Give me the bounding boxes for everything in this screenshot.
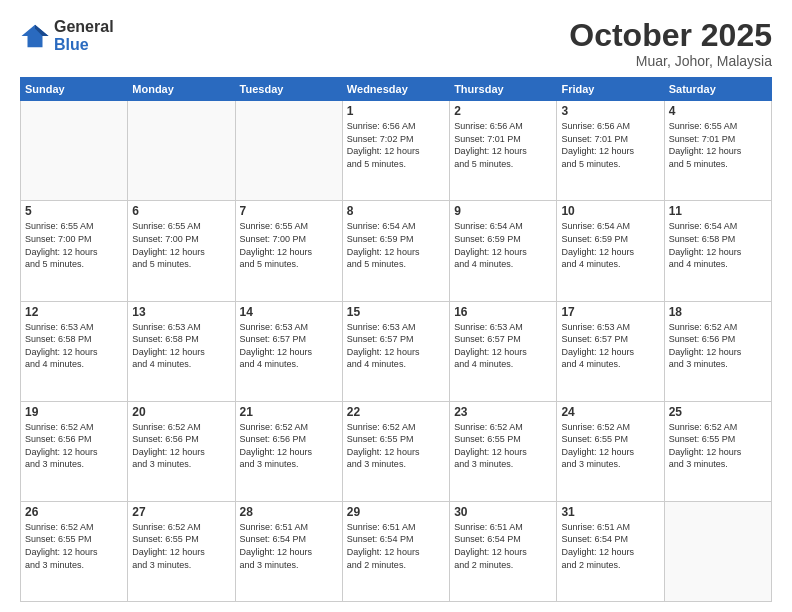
day-info: Sunrise: 6:54 AM Sunset: 6:59 PM Dayligh… [454,220,552,270]
col-tuesday: Tuesday [235,78,342,101]
day-info: Sunrise: 6:55 AM Sunset: 7:01 PM Dayligh… [669,120,767,170]
day-number: 17 [561,305,659,319]
day-info: Sunrise: 6:51 AM Sunset: 6:54 PM Dayligh… [347,521,445,571]
table-row: 5Sunrise: 6:55 AM Sunset: 7:00 PM Daylig… [21,201,128,301]
table-row: 28Sunrise: 6:51 AM Sunset: 6:54 PM Dayli… [235,501,342,601]
day-number: 19 [25,405,123,419]
day-number: 21 [240,405,338,419]
day-info: Sunrise: 6:53 AM Sunset: 6:58 PM Dayligh… [132,321,230,371]
day-number: 27 [132,505,230,519]
day-number: 15 [347,305,445,319]
table-row [21,101,128,201]
title-block: October 2025 Muar, Johor, Malaysia [569,18,772,69]
table-row: 11Sunrise: 6:54 AM Sunset: 6:58 PM Dayli… [664,201,771,301]
day-info: Sunrise: 6:52 AM Sunset: 6:55 PM Dayligh… [454,421,552,471]
day-info: Sunrise: 6:51 AM Sunset: 6:54 PM Dayligh… [240,521,338,571]
table-row: 15Sunrise: 6:53 AM Sunset: 6:57 PM Dayli… [342,301,449,401]
table-row: 27Sunrise: 6:52 AM Sunset: 6:55 PM Dayli… [128,501,235,601]
day-number: 8 [347,204,445,218]
day-info: Sunrise: 6:52 AM Sunset: 6:56 PM Dayligh… [25,421,123,471]
table-row: 18Sunrise: 6:52 AM Sunset: 6:56 PM Dayli… [664,301,771,401]
table-row: 4Sunrise: 6:55 AM Sunset: 7:01 PM Daylig… [664,101,771,201]
calendar-week-row: 26Sunrise: 6:52 AM Sunset: 6:55 PM Dayli… [21,501,772,601]
day-info: Sunrise: 6:55 AM Sunset: 7:00 PM Dayligh… [132,220,230,270]
day-info: Sunrise: 6:52 AM Sunset: 6:55 PM Dayligh… [347,421,445,471]
day-info: Sunrise: 6:53 AM Sunset: 6:57 PM Dayligh… [561,321,659,371]
day-number: 12 [25,305,123,319]
table-row: 24Sunrise: 6:52 AM Sunset: 6:55 PM Dayli… [557,401,664,501]
day-number: 20 [132,405,230,419]
day-info: Sunrise: 6:56 AM Sunset: 7:01 PM Dayligh… [454,120,552,170]
logo-icon [20,21,50,51]
day-info: Sunrise: 6:52 AM Sunset: 6:55 PM Dayligh… [132,521,230,571]
calendar-week-row: 19Sunrise: 6:52 AM Sunset: 6:56 PM Dayli… [21,401,772,501]
logo-blue-text: Blue [54,36,114,54]
col-thursday: Thursday [450,78,557,101]
table-row: 2Sunrise: 6:56 AM Sunset: 7:01 PM Daylig… [450,101,557,201]
table-row: 25Sunrise: 6:52 AM Sunset: 6:55 PM Dayli… [664,401,771,501]
day-info: Sunrise: 6:55 AM Sunset: 7:00 PM Dayligh… [240,220,338,270]
day-number: 29 [347,505,445,519]
table-row: 14Sunrise: 6:53 AM Sunset: 6:57 PM Dayli… [235,301,342,401]
table-row: 19Sunrise: 6:52 AM Sunset: 6:56 PM Dayli… [21,401,128,501]
table-row: 10Sunrise: 6:54 AM Sunset: 6:59 PM Dayli… [557,201,664,301]
day-number: 3 [561,104,659,118]
table-row: 26Sunrise: 6:52 AM Sunset: 6:55 PM Dayli… [21,501,128,601]
table-row: 7Sunrise: 6:55 AM Sunset: 7:00 PM Daylig… [235,201,342,301]
day-info: Sunrise: 6:53 AM Sunset: 6:58 PM Dayligh… [25,321,123,371]
day-number: 7 [240,204,338,218]
table-row [664,501,771,601]
table-row: 31Sunrise: 6:51 AM Sunset: 6:54 PM Dayli… [557,501,664,601]
day-number: 1 [347,104,445,118]
day-info: Sunrise: 6:53 AM Sunset: 6:57 PM Dayligh… [347,321,445,371]
table-row: 30Sunrise: 6:51 AM Sunset: 6:54 PM Dayli… [450,501,557,601]
day-number: 13 [132,305,230,319]
table-row: 9Sunrise: 6:54 AM Sunset: 6:59 PM Daylig… [450,201,557,301]
day-number: 31 [561,505,659,519]
day-info: Sunrise: 6:52 AM Sunset: 6:55 PM Dayligh… [25,521,123,571]
table-row: 22Sunrise: 6:52 AM Sunset: 6:55 PM Dayli… [342,401,449,501]
day-number: 2 [454,104,552,118]
day-info: Sunrise: 6:53 AM Sunset: 6:57 PM Dayligh… [240,321,338,371]
col-wednesday: Wednesday [342,78,449,101]
day-number: 10 [561,204,659,218]
table-row: 21Sunrise: 6:52 AM Sunset: 6:56 PM Dayli… [235,401,342,501]
day-info: Sunrise: 6:52 AM Sunset: 6:55 PM Dayligh… [561,421,659,471]
table-row: 23Sunrise: 6:52 AM Sunset: 6:55 PM Dayli… [450,401,557,501]
day-info: Sunrise: 6:54 AM Sunset: 6:59 PM Dayligh… [347,220,445,270]
table-row: 6Sunrise: 6:55 AM Sunset: 7:00 PM Daylig… [128,201,235,301]
day-number: 25 [669,405,767,419]
day-number: 30 [454,505,552,519]
day-number: 16 [454,305,552,319]
table-row: 1Sunrise: 6:56 AM Sunset: 7:02 PM Daylig… [342,101,449,201]
day-number: 23 [454,405,552,419]
table-row: 3Sunrise: 6:56 AM Sunset: 7:01 PM Daylig… [557,101,664,201]
day-info: Sunrise: 6:54 AM Sunset: 6:59 PM Dayligh… [561,220,659,270]
table-row: 20Sunrise: 6:52 AM Sunset: 6:56 PM Dayli… [128,401,235,501]
table-row: 16Sunrise: 6:53 AM Sunset: 6:57 PM Dayli… [450,301,557,401]
header: General Blue October 2025 Muar, Johor, M… [20,18,772,69]
table-row: 29Sunrise: 6:51 AM Sunset: 6:54 PM Dayli… [342,501,449,601]
table-row: 8Sunrise: 6:54 AM Sunset: 6:59 PM Daylig… [342,201,449,301]
day-info: Sunrise: 6:56 AM Sunset: 7:02 PM Dayligh… [347,120,445,170]
logo-general-text: General [54,18,114,36]
table-row: 17Sunrise: 6:53 AM Sunset: 6:57 PM Dayli… [557,301,664,401]
day-number: 28 [240,505,338,519]
month-title: October 2025 [569,18,772,53]
day-info: Sunrise: 6:53 AM Sunset: 6:57 PM Dayligh… [454,321,552,371]
day-info: Sunrise: 6:52 AM Sunset: 6:56 PM Dayligh… [669,321,767,371]
calendar-header-row: Sunday Monday Tuesday Wednesday Thursday… [21,78,772,101]
day-number: 11 [669,204,767,218]
page: General Blue October 2025 Muar, Johor, M… [0,0,792,612]
calendar-week-row: 12Sunrise: 6:53 AM Sunset: 6:58 PM Dayli… [21,301,772,401]
day-info: Sunrise: 6:52 AM Sunset: 6:56 PM Dayligh… [240,421,338,471]
calendar-table: Sunday Monday Tuesday Wednesday Thursday… [20,77,772,602]
logo: General Blue [20,18,114,53]
calendar-week-row: 5Sunrise: 6:55 AM Sunset: 7:00 PM Daylig… [21,201,772,301]
col-saturday: Saturday [664,78,771,101]
day-info: Sunrise: 6:56 AM Sunset: 7:01 PM Dayligh… [561,120,659,170]
day-info: Sunrise: 6:52 AM Sunset: 6:56 PM Dayligh… [132,421,230,471]
day-number: 9 [454,204,552,218]
table-row: 12Sunrise: 6:53 AM Sunset: 6:58 PM Dayli… [21,301,128,401]
logo-text: General Blue [54,18,114,53]
